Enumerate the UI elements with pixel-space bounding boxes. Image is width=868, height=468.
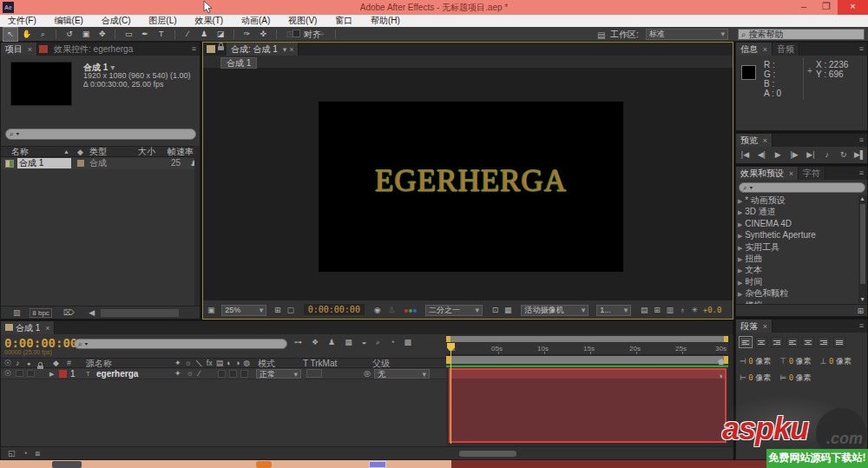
- layer-solo-toggle[interactable]: [27, 370, 35, 377]
- timeline-timecode[interactable]: 0:00:00:00: [4, 336, 77, 350]
- align-left-button[interactable]: [740, 337, 752, 347]
- list-item[interactable]: ▶ 扭曲: [738, 254, 858, 265]
- expand-icon[interactable]: ▶: [738, 256, 742, 262]
- sort-ascending-icon[interactable]: ▲: [63, 147, 69, 157]
- column-type[interactable]: 类型: [89, 147, 107, 157]
- time-ruler[interactable]: 0s 05s 10s 15s 20s 25s 30s: [446, 343, 728, 355]
- workspace-dropdown[interactable]: 标准▾: [646, 29, 728, 40]
- brainstorm-icon[interactable]: ◔: [390, 338, 394, 347]
- timeline-h-scrollbar[interactable]: [459, 451, 516, 457]
- time-navigator[interactable]: [446, 336, 728, 342]
- list-item[interactable]: ▶ 文本: [738, 265, 858, 276]
- tab-project[interactable]: 项目 ×: [1, 43, 37, 56]
- viewer-canvas-area[interactable]: EGERHERGA: [203, 69, 733, 300]
- collapse-column-icon[interactable]: ☼: [185, 359, 192, 368]
- loop-button[interactable]: ↻: [836, 148, 851, 162]
- comp-mini-flowchart-icon[interactable]: ⊶: [294, 338, 302, 347]
- parent-dropdown[interactable]: 无▾: [374, 369, 430, 379]
- eye-icon[interactable]: ☉: [4, 359, 11, 368]
- panel-menu-icon[interactable]: ≡: [856, 320, 867, 333]
- rotation-tool-icon[interactable]: ↺: [62, 28, 76, 41]
- roto-brush-tool-icon[interactable]: ✑: [240, 28, 254, 41]
- safe-margins-icon[interactable]: ⊞: [274, 306, 281, 314]
- previous-frame-button[interactable]: ◀|: [754, 148, 769, 162]
- project-search-field[interactable]: ⌕ ▾: [5, 129, 196, 140]
- shy-column-icon[interactable]: ✦: [174, 359, 181, 368]
- list-item[interactable]: ▶ Synthetic Aperture: [738, 230, 858, 241]
- quality-column-icon[interactable]: ＼: [195, 359, 203, 368]
- type-tool-icon[interactable]: T: [155, 28, 168, 41]
- label-swatch[interactable]: [77, 160, 84, 167]
- close-icon[interactable]: ×: [763, 136, 767, 145]
- motion-blur-column-icon[interactable]: ◐: [227, 359, 231, 368]
- project-row-comp1[interactable]: 合成 1 合成 25 ♟: [1, 158, 200, 169]
- minimize-button[interactable]: –: [792, 0, 815, 15]
- layer-name[interactable]: egerherga: [96, 369, 138, 379]
- play-button[interactable]: ▶: [771, 148, 786, 162]
- list-item[interactable]: ▶ * 动画预设: [738, 195, 858, 207]
- list-item[interactable]: ▶ 杂色和颗粒: [738, 288, 858, 300]
- project-row-name[interactable]: 合成 1: [17, 158, 71, 168]
- menu-effect[interactable]: 效果(T): [187, 15, 231, 27]
- expand-icon[interactable]: ▶: [738, 198, 742, 204]
- exposure-value[interactable]: +0.0: [703, 306, 722, 314]
- layer-audio-toggle[interactable]: [16, 370, 23, 377]
- ram-preview-button[interactable]: ▶▌: [852, 148, 867, 162]
- first-line-indent-field[interactable]: ⊨ 0 像素: [779, 372, 811, 384]
- trash-icon[interactable]: ⌦: [63, 308, 75, 317]
- composition-frame[interactable]: EGERHERGA: [319, 102, 623, 272]
- search-help-field[interactable]: ⌕ 搜索帮助: [738, 29, 865, 40]
- last-frame-button[interactable]: ▶|: [804, 148, 819, 162]
- exposure-icon[interactable]: ✳: [691, 306, 698, 314]
- expand-icon[interactable]: ▶: [738, 291, 742, 297]
- frame-blending-icon[interactable]: ◒: [362, 338, 366, 347]
- expand-icon[interactable]: ▶: [738, 221, 742, 227]
- region-of-interest-icon[interactable]: ▢: [286, 306, 294, 314]
- tab-timeline-comp1[interactable]: 合成 1 ×: [1, 321, 55, 334]
- live-update-icon[interactable]: ❖: [312, 338, 319, 347]
- chevron-down-icon[interactable]: ▾: [283, 45, 287, 54]
- adjustment-column-icon[interactable]: ◑: [235, 359, 240, 368]
- column-mode[interactable]: 模式: [258, 359, 275, 368]
- list-item[interactable]: ▶ CINEMA 4D: [738, 219, 858, 230]
- menu-edit[interactable]: 编辑(E): [47, 15, 91, 27]
- timeline-search-field[interactable]: ⌕ ▾: [74, 339, 287, 349]
- close-icon[interactable]: ×: [45, 324, 49, 333]
- tab-audio[interactable]: 音频: [773, 43, 799, 56]
- new-animation-preset-icon[interactable]: ⊞: [857, 307, 864, 315]
- list-item[interactable]: ▶ 实用工具: [738, 242, 858, 254]
- layer-bar-row[interactable]: [450, 370, 725, 379]
- panel-menu-icon[interactable]: ≡: [856, 167, 867, 180]
- blend-mode-dropdown[interactable]: 正常▾: [256, 369, 301, 379]
- layer-expand-icon[interactable]: ▶: [49, 369, 54, 379]
- layer-fx-toggle[interactable]: [218, 370, 226, 378]
- list-item[interactable]: ▶ 时间: [738, 277, 858, 288]
- layer-collapse-icon[interactable]: ☼: [187, 369, 194, 379]
- view-layout-dropdown[interactable]: 1...▾: [596, 305, 631, 316]
- playhead-line[interactable]: [450, 350, 451, 444]
- show-snapshot-icon[interactable]: ♙: [388, 306, 395, 314]
- panel-menu-icon[interactable]: ≡: [856, 43, 867, 56]
- scroll-left-icon[interactable]: ◀: [89, 308, 95, 317]
- expand-icon[interactable]: ▶: [738, 233, 742, 239]
- shape-tool-icon[interactable]: ▭: [122, 28, 135, 41]
- maximize-button[interactable]: ❐: [815, 0, 838, 15]
- zoom-tool-icon[interactable]: ⌕: [36, 28, 50, 41]
- close-icon[interactable]: ×: [289, 45, 293, 54]
- selection-tool-icon[interactable]: ↖: [3, 28, 17, 41]
- next-frame-button[interactable]: |▶: [787, 148, 802, 162]
- layer-eye-icon[interactable]: ☉: [4, 369, 11, 379]
- workspace-icon[interactable]: ▤: [597, 29, 605, 43]
- audio-toggle-button[interactable]: ♪: [819, 148, 834, 162]
- bit-depth-button[interactable]: 8 bpc: [30, 308, 52, 318]
- expand-transform-toggle-icon[interactable]: ⧈: [36, 449, 41, 458]
- indent-left-field[interactable]: ⊣ 0 像素: [740, 356, 771, 367]
- flowchart-icon[interactable]: ♁: [680, 306, 686, 314]
- threed-column-icon[interactable]: ◍: [243, 359, 250, 368]
- show-channels-icon[interactable]: [404, 305, 418, 314]
- scroll-up-icon[interactable]: ▲: [859, 195, 865, 201]
- menu-file[interactable]: 文件(F): [0, 15, 44, 27]
- always-preview-icon[interactable]: ▣: [207, 306, 215, 314]
- taskbar-app-icon[interactable]: [256, 461, 272, 468]
- resolution-dropdown[interactable]: 二分之一▾: [425, 305, 483, 316]
